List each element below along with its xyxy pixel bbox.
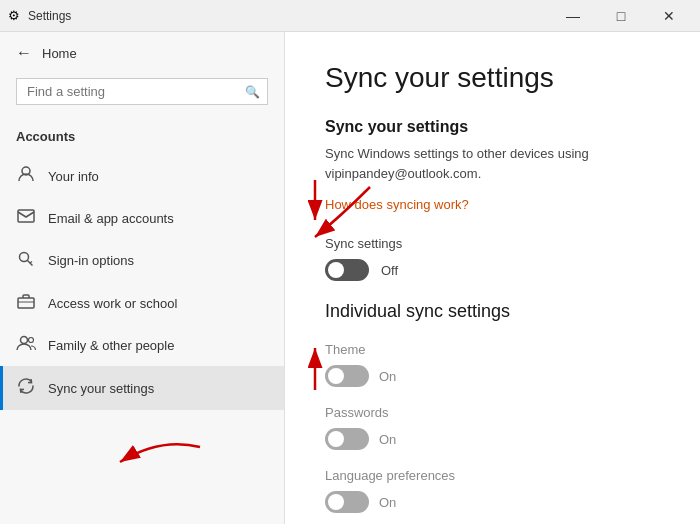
- search-input[interactable]: [16, 78, 268, 105]
- title-bar-controls: — □ ✕: [550, 0, 692, 32]
- svg-point-2: [20, 253, 29, 262]
- sync-toggle-row: Off: [325, 259, 660, 281]
- sidebar-item-access-work-label: Access work or school: [48, 296, 177, 311]
- person-icon: [16, 165, 36, 187]
- sync-toggle[interactable]: [325, 259, 369, 281]
- svg-point-4: [21, 337, 28, 344]
- sidebar-home-link[interactable]: Home: [42, 46, 77, 61]
- title-bar-left: ⚙ Settings: [8, 8, 71, 23]
- page-title: Sync your settings: [325, 62, 660, 94]
- theme-label: Theme: [325, 342, 660, 357]
- sidebar-section-label: Accounts: [0, 121, 284, 154]
- sidebar-item-your-info-label: Your info: [48, 169, 99, 184]
- sidebar: ← Home 🔍 Accounts Your info: [0, 32, 285, 524]
- language-label: Language preferences: [325, 468, 660, 483]
- sync-toggle-label: Off: [381, 263, 398, 278]
- toggle-knob: [328, 262, 344, 278]
- sidebar-nav-top: ← Home: [0, 32, 284, 74]
- title-bar-title: Settings: [28, 9, 71, 23]
- language-toggle[interactable]: [325, 491, 369, 513]
- how-syncing-works-link[interactable]: How does syncing work?: [325, 197, 469, 212]
- theme-toggle-knob: [328, 368, 344, 384]
- theme-toggle-row: On: [325, 365, 660, 387]
- minimize-button[interactable]: —: [550, 0, 596, 32]
- passwords-toggle-row: On: [325, 428, 660, 450]
- title-bar: ⚙ Settings — □ ✕: [0, 0, 700, 32]
- sync-settings-label: Sync settings: [325, 236, 660, 251]
- language-toggle-label: On: [379, 495, 396, 510]
- close-button[interactable]: ✕: [646, 0, 692, 32]
- sidebar-item-sync-settings[interactable]: Sync your settings: [0, 366, 284, 410]
- sidebar-search: 🔍: [16, 78, 268, 105]
- language-toggle-row: On: [325, 491, 660, 513]
- individual-sync-title: Individual sync settings: [325, 301, 660, 322]
- key-icon: [16, 249, 36, 271]
- settings-icon: ⚙: [8, 8, 20, 23]
- theme-toggle-label: On: [379, 369, 396, 384]
- back-button[interactable]: ←: [16, 44, 32, 62]
- svg-rect-3: [18, 298, 34, 308]
- sidebar-item-email-app-accounts[interactable]: Email & app accounts: [0, 198, 284, 238]
- sidebar-item-family-label: Family & other people: [48, 338, 174, 353]
- briefcase-icon: [16, 293, 36, 313]
- sidebar-item-your-info[interactable]: Your info: [0, 154, 284, 198]
- sidebar-item-access-work-school[interactable]: Access work or school: [0, 282, 284, 324]
- passwords-toggle[interactable]: [325, 428, 369, 450]
- sidebar-item-family-other-people[interactable]: Family & other people: [0, 324, 284, 366]
- svg-point-5: [29, 338, 34, 343]
- passwords-toggle-label: On: [379, 432, 396, 447]
- sidebar-item-email-label: Email & app accounts: [48, 211, 174, 226]
- sidebar-item-sign-in-label: Sign-in options: [48, 253, 134, 268]
- passwords-toggle-knob: [328, 431, 344, 447]
- search-icon: 🔍: [245, 85, 260, 99]
- sidebar-item-sign-in-options[interactable]: Sign-in options: [0, 238, 284, 282]
- email-icon: [16, 209, 36, 227]
- language-toggle-knob: [328, 494, 344, 510]
- svg-rect-1: [18, 210, 34, 222]
- main-content: Sync your settings Sync your settings Sy…: [285, 32, 700, 524]
- group-icon: [16, 335, 36, 355]
- app-body: ← Home 🔍 Accounts Your info: [0, 32, 700, 524]
- sync-description: Sync Windows settings to other devices u…: [325, 144, 660, 183]
- individual-sync-section: Individual sync settings Theme On Passwo…: [325, 301, 660, 513]
- passwords-label: Passwords: [325, 405, 660, 420]
- sidebar-item-sync-label: Sync your settings: [48, 381, 154, 396]
- theme-toggle[interactable]: [325, 365, 369, 387]
- maximize-button[interactable]: □: [598, 0, 644, 32]
- sync-icon: [16, 377, 36, 399]
- sync-section-title: Sync your settings: [325, 118, 660, 136]
